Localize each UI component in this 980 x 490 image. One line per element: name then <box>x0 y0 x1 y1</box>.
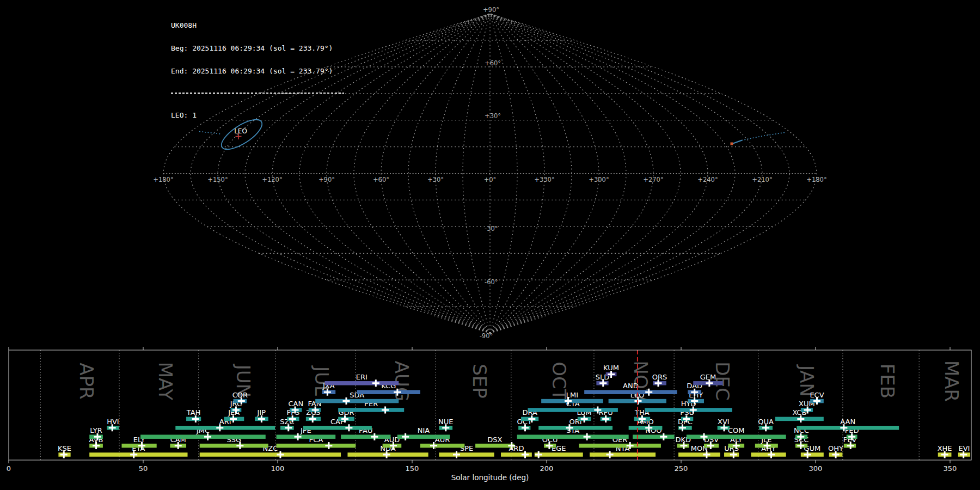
map-label-lon-11: +210° <box>752 176 772 183</box>
shower-peak-marker-NIA <box>402 433 409 440</box>
month-label-FEB: FEB <box>877 364 898 399</box>
x-tick-label-0: 0 <box>7 464 11 473</box>
map-label-lon-1: +150° <box>207 176 228 183</box>
shower-label-TAH: TAH <box>186 408 201 416</box>
shower-bar-JMC <box>140 434 266 439</box>
shower-bar-SPE <box>439 452 494 457</box>
shower-label-AND: AND <box>623 382 639 390</box>
shower-peak-marker-EGE <box>535 451 542 458</box>
map-label-lon-2: +120° <box>262 176 282 183</box>
month-label-APR: APR <box>76 363 97 399</box>
meteor-report-screen: UK008H Beg: 20251116 06:29:34 (sol = 233… <box>0 0 980 490</box>
shower-peak-marker-ERI <box>372 379 379 387</box>
month-label-SEP: SEP <box>469 364 491 399</box>
shower-peak-marker-NTA <box>607 451 614 458</box>
shower-label-LYR: LYR <box>90 426 102 434</box>
shower-bar-PCA <box>277 444 356 448</box>
map-label-lon-0: +180° <box>153 176 173 183</box>
shower-bar-KCG <box>357 390 420 394</box>
shower-bar-SSG <box>200 444 268 448</box>
shower-peak-marker-STA <box>584 433 591 440</box>
map-label-lon-4: +60° <box>373 176 389 183</box>
shower-bar-NZC <box>200 452 341 457</box>
map-label-lon-5: +30° <box>427 176 444 183</box>
map-label-lon-7: +330° <box>534 176 554 183</box>
x-tick-label-100: 100 <box>271 464 285 473</box>
x-tick-label-250: 250 <box>675 464 688 473</box>
shower-bar-ETA <box>89 452 187 457</box>
shower-peak-marker-SDA <box>342 397 350 405</box>
shower-label-COR: COR <box>232 391 248 399</box>
shower-bar-CAP <box>303 426 372 430</box>
shower-label-DSX: DSX <box>487 436 502 444</box>
grid-meridian--165 <box>191 14 490 333</box>
shower-label-ERI: ERI <box>356 373 367 381</box>
x-tick-label-50: 50 <box>139 464 148 473</box>
shower-bar-NTA <box>590 452 656 457</box>
map-label-lon-3: +90° <box>318 176 335 183</box>
shower-bar-ORI <box>538 426 612 430</box>
shower-bar-CTA <box>528 408 617 412</box>
x-tick-label-200: 200 <box>540 464 554 473</box>
month-label-DEC: DEC <box>712 362 733 400</box>
grid-meridian-45 <box>490 14 572 333</box>
shower-label-GEM: GEM <box>700 373 716 381</box>
shower-bar-JPE <box>277 434 336 439</box>
map-label-lon-10: +240° <box>697 176 718 183</box>
drift-end-dot <box>731 143 733 145</box>
shower-label-NIA: NIA <box>418 426 430 434</box>
month-label-AUG: AUG <box>391 361 413 402</box>
shower-bar-MON <box>678 452 720 457</box>
shower-peak-marker-SPE <box>453 451 460 458</box>
shower-bar-PER <box>338 408 404 412</box>
shower-peak-marker-NZC <box>277 451 284 458</box>
map-label-lon-6: +0° <box>484 176 497 183</box>
shower-bar-AND <box>584 390 677 394</box>
shower-label-ORS: ORS <box>652 373 667 381</box>
sky-map-projection: +90°-90°+60°+30°-30°-60°+180°+150°+120°+… <box>0 0 980 344</box>
radiant-drift-trail-right <box>742 133 785 140</box>
map-label-lon-9: +270° <box>643 176 663 183</box>
shower-bar-ARI <box>175 426 275 430</box>
shower-peak-marker-PCA <box>325 442 332 449</box>
shower-bar-STA <box>517 434 629 439</box>
shower-bar-ERI <box>324 381 399 385</box>
map-label-lat--60°: -60° <box>485 278 498 286</box>
shower-bar-LMI <box>541 399 603 403</box>
shower-peak-marker-CAP <box>345 424 352 431</box>
shower-bar-SDA <box>315 399 399 403</box>
activity-timeline-chart: Solar longitude (deg) APRMAYJUNJULAUGSEP… <box>0 344 980 490</box>
shower-bar-NOO <box>633 434 675 439</box>
shower-bar-OER <box>579 444 661 448</box>
x-tick-label-350: 350 <box>944 464 957 473</box>
map-label-lon-8: +300° <box>589 176 609 183</box>
radiant-label-leo: LEO <box>234 127 247 135</box>
x-tick-label-150: 150 <box>406 464 419 473</box>
x-axis-title: Solar longitude (deg) <box>451 473 529 482</box>
shower-label-AAN: AAN <box>840 418 855 426</box>
map-label-lat-+30°: +30° <box>485 112 501 120</box>
radiant-drift-solid-segment <box>732 140 742 144</box>
map-label-pole-north: +90° <box>483 6 499 14</box>
map-label-lat--30°: -30° <box>485 225 498 232</box>
shower-bar-HYD <box>645 408 732 412</box>
map-label-lon-12: +180° <box>806 176 826 183</box>
shower-label-COM: COM <box>728 426 745 434</box>
map-label-lat-+60°: +60° <box>485 59 501 67</box>
shower-bar-AUR <box>420 444 465 448</box>
x-tick-label-300: 300 <box>809 464 823 473</box>
map-label-pole-south: -90° <box>480 332 493 340</box>
shower-bar-PAU <box>341 434 390 439</box>
radiant-drift-trail-left <box>199 132 220 134</box>
shower-peak-marker-PER <box>382 407 389 414</box>
shower-bar-AAN <box>797 426 899 430</box>
month-label-MAY: MAY <box>155 362 176 401</box>
month-label-MAR: MAR <box>941 360 963 402</box>
